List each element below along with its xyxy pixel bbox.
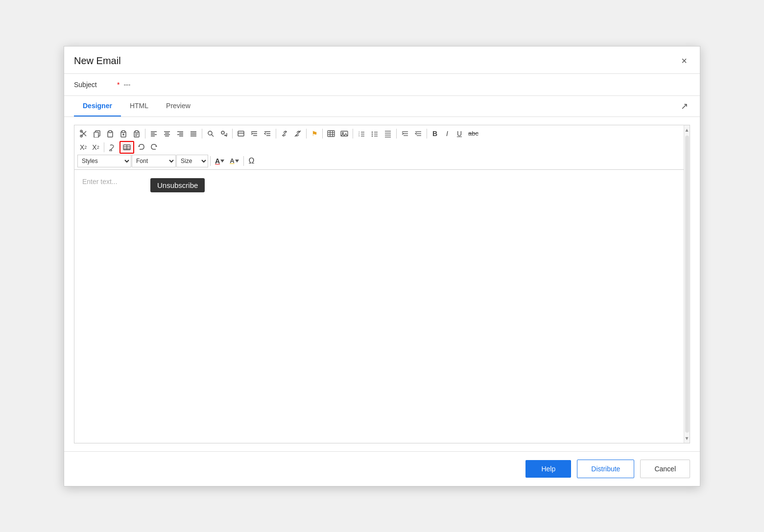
svg-point-32 (208, 131, 212, 135)
sep4 (276, 129, 276, 139)
align-left-button[interactable] (147, 127, 160, 140)
bold-button[interactable]: B (429, 127, 441, 140)
link-button[interactable] (278, 127, 291, 140)
scroll-down-arrow[interactable]: ▼ (684, 434, 691, 443)
align-right-button[interactable] (174, 127, 187, 140)
help-button[interactable]: Help (525, 460, 571, 478)
svg-line-33 (212, 135, 214, 137)
unordered-list-button[interactable] (368, 127, 381, 140)
strikethrough-button[interactable]: abc (466, 127, 481, 140)
superscript-button[interactable]: X2 (90, 141, 101, 154)
svg-marker-80 (235, 160, 239, 162)
svg-rect-74 (110, 150, 112, 151)
indent-left-button[interactable] (261, 127, 274, 140)
replace-button[interactable] (217, 127, 230, 140)
paste-button[interactable] (104, 127, 117, 140)
svg-line-43 (284, 133, 286, 135)
toolbar: ⚑ 123 (74, 125, 690, 170)
styles-select[interactable]: Styles (77, 155, 131, 167)
sep12 (243, 156, 244, 166)
tab-html[interactable]: HTML (121, 96, 157, 116)
block-button[interactable] (235, 127, 247, 140)
svg-point-61 (372, 131, 373, 132)
unsubscribe-button[interactable] (119, 141, 134, 154)
unlink-button[interactable] (291, 127, 304, 140)
subject-label: Subject (74, 81, 113, 89)
align-center-button[interactable] (161, 127, 173, 140)
size-select[interactable]: Size (176, 155, 208, 167)
paste-special-button[interactable] (117, 127, 130, 140)
tab-designer[interactable]: Designer (74, 96, 121, 116)
svg-rect-45 (328, 131, 334, 137)
new-email-dialog: New Email × Subject * --- Designer HTML … (64, 46, 700, 486)
paste-formatted-button[interactable] (130, 127, 143, 140)
undo-button[interactable] (135, 141, 147, 154)
cut-button[interactable] (77, 127, 90, 140)
font-select[interactable]: Font (132, 155, 176, 167)
special-chars-button[interactable]: Ω (246, 155, 258, 167)
sep11 (210, 156, 211, 166)
dialog-footer: Help Distribute Cancel (64, 451, 700, 486)
font-color-button[interactable]: A (213, 155, 227, 167)
search-button[interactable] (204, 127, 217, 140)
sep8 (396, 129, 397, 139)
sep1 (145, 129, 145, 139)
svg-rect-7 (109, 131, 112, 133)
svg-rect-9 (122, 131, 125, 133)
sep7 (353, 129, 353, 139)
table-button[interactable] (325, 127, 337, 140)
scrollbar[interactable]: ▲ ▼ (684, 125, 690, 443)
expand-button[interactable]: ↗ (679, 99, 690, 114)
cancel-button[interactable]: Cancel (640, 460, 690, 478)
tab-preview[interactable]: Preview (157, 96, 199, 116)
dialog-title: New Email (74, 55, 121, 67)
svg-point-51 (342, 132, 344, 134)
copy-button[interactable] (91, 127, 103, 140)
svg-point-62 (372, 133, 373, 134)
underline-button[interactable]: U (454, 127, 465, 140)
svg-rect-13 (135, 131, 138, 133)
subject-row: Subject * --- (64, 74, 700, 96)
sep5 (306, 129, 307, 139)
italic-button[interactable]: I (441, 127, 453, 140)
increase-indent-button[interactable] (399, 127, 411, 140)
tabs: Designer HTML Preview (74, 96, 199, 116)
justify-button[interactable] (187, 127, 200, 140)
decrease-indent-button[interactable] (412, 127, 425, 140)
toolbar-row-3: Styles Font Size A A (77, 155, 687, 167)
svg-rect-5 (94, 132, 98, 138)
editor-container: ⚑ 123 (74, 125, 690, 443)
sep9 (427, 129, 427, 139)
tabs-row: Designer HTML Preview ↗ (64, 96, 700, 117)
dialog-header: New Email × (64, 46, 700, 74)
required-indicator: * (117, 81, 119, 89)
ordered-list-button[interactable]: 123 (355, 127, 368, 140)
highlight-color-button[interactable]: A (227, 155, 241, 167)
distribute-button[interactable]: Distribute (577, 460, 634, 478)
block-align-button[interactable] (382, 127, 394, 140)
svg-rect-35 (238, 131, 244, 136)
paint-button[interactable] (106, 141, 119, 154)
sep2 (202, 129, 202, 139)
sep6 (322, 129, 323, 139)
toolbar-row-2: X2 X2 (77, 141, 687, 154)
close-button[interactable]: × (678, 54, 690, 68)
scroll-up-arrow[interactable]: ▲ (684, 125, 691, 135)
scroll-track (685, 136, 689, 433)
indent-right-button[interactable] (248, 127, 261, 140)
svg-point-34 (221, 131, 224, 134)
redo-button[interactable] (148, 141, 161, 154)
subject-value: --- (123, 81, 130, 89)
sep10 (104, 142, 104, 152)
image-button[interactable] (338, 127, 351, 140)
flag-button[interactable]: ⚑ (309, 127, 320, 140)
svg-point-63 (372, 135, 373, 136)
sep3 (232, 129, 233, 139)
editor-body[interactable]: Enter text... (74, 170, 690, 443)
editor-placeholder: Enter text... (82, 178, 118, 185)
svg-text:3: 3 (358, 135, 360, 137)
svg-marker-79 (220, 160, 224, 162)
subscript-button[interactable]: X2 (77, 141, 89, 154)
toolbar-row-1: ⚑ 123 (77, 127, 687, 140)
